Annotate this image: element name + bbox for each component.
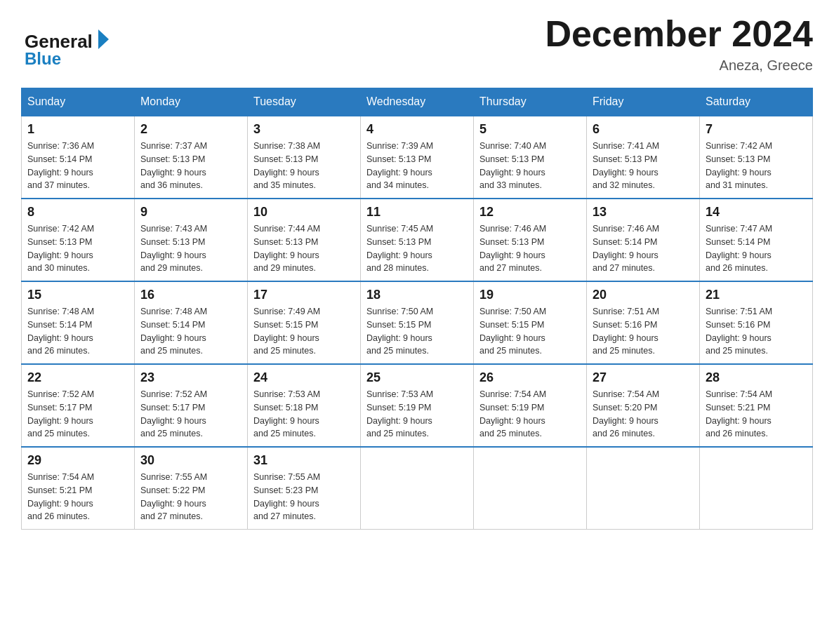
daylight-hours: Daylight: 9 hours	[366, 250, 432, 260]
daylight-minutes: and 26 minutes.	[27, 346, 90, 356]
day-info: Sunrise: 7:52 AMSunset: 5:17 PMDaylight:…	[140, 388, 241, 441]
day-info: Sunrise: 7:51 AMSunset: 5:16 PMDaylight:…	[593, 305, 694, 358]
sunrise-time: Sunrise: 7:48 AM	[140, 307, 207, 316]
day-info: Sunrise: 7:53 AMSunset: 5:19 PMDaylight:…	[366, 388, 468, 441]
calendar-cell: 10Sunrise: 7:44 AMSunset: 5:13 PMDayligh…	[248, 199, 361, 281]
sunset-time: Sunset: 5:13 PM	[706, 154, 770, 164]
calendar-table: SundayMondayTuesdayWednesdayThursdayFrid…	[21, 88, 813, 530]
sunset-time: Sunset: 5:13 PM	[479, 154, 544, 164]
day-info: Sunrise: 7:49 AMSunset: 5:15 PMDaylight:…	[253, 305, 355, 358]
day-number: 27	[593, 370, 694, 385]
daylight-minutes: and 25 minutes.	[593, 346, 655, 356]
daylight-minutes: and 25 minutes.	[706, 346, 768, 356]
day-info: Sunrise: 7:43 AMSunset: 5:13 PMDaylight:…	[140, 222, 241, 275]
sunset-time: Sunset: 5:13 PM	[366, 237, 431, 247]
sunset-time: Sunset: 5:14 PM	[593, 237, 657, 247]
day-number: 2	[140, 122, 241, 137]
sunset-time: Sunset: 5:17 PM	[27, 403, 92, 412]
day-number: 21	[706, 288, 807, 302]
sunset-time: Sunset: 5:15 PM	[366, 320, 431, 330]
calendar-cell: 12Sunrise: 7:46 AMSunset: 5:13 PMDayligh…	[474, 199, 587, 281]
day-number: 9	[140, 205, 241, 220]
day-info: Sunrise: 7:48 AMSunset: 5:14 PMDaylight:…	[140, 305, 241, 358]
sunrise-time: Sunrise: 7:49 AM	[253, 307, 320, 316]
sunset-time: Sunset: 5:14 PM	[27, 320, 92, 330]
day-info: Sunrise: 7:41 AMSunset: 5:13 PMDaylight:…	[593, 140, 694, 192]
day-number: 30	[140, 453, 241, 468]
day-info: Sunrise: 7:44 AMSunset: 5:13 PMDaylight:…	[253, 222, 355, 275]
calendar-cell: 28Sunrise: 7:54 AMSunset: 5:21 PMDayligh…	[700, 364, 813, 447]
daylight-minutes: and 28 minutes.	[366, 263, 429, 273]
daylight-minutes: and 27 minutes.	[593, 263, 655, 273]
day-number: 29	[27, 453, 128, 468]
day-info: Sunrise: 7:36 AMSunset: 5:14 PMDaylight:…	[27, 140, 128, 192]
daylight-minutes: and 34 minutes.	[366, 180, 429, 190]
day-number: 24	[253, 370, 355, 385]
day-number: 13	[593, 205, 694, 220]
daylight-hours: Daylight: 9 hours	[253, 168, 319, 177]
sunset-time: Sunset: 5:13 PM	[479, 237, 544, 247]
daylight-minutes: and 27 minutes.	[253, 511, 316, 521]
week-row-5: 29Sunrise: 7:54 AMSunset: 5:21 PMDayligh…	[22, 447, 813, 530]
calendar-cell	[587, 447, 700, 530]
day-info: Sunrise: 7:47 AMSunset: 5:14 PMDaylight:…	[706, 222, 807, 275]
day-number: 31	[253, 453, 355, 468]
daylight-hours: Daylight: 9 hours	[479, 416, 545, 426]
calendar-cell: 8Sunrise: 7:42 AMSunset: 5:13 PMDaylight…	[22, 199, 135, 281]
day-number: 19	[479, 288, 581, 302]
day-info: Sunrise: 7:54 AMSunset: 5:21 PMDaylight:…	[706, 388, 807, 441]
sunset-time: Sunset: 5:19 PM	[479, 403, 544, 412]
sunrise-time: Sunrise: 7:50 AM	[479, 307, 546, 316]
sunset-time: Sunset: 5:13 PM	[593, 154, 657, 164]
daylight-hours: Daylight: 9 hours	[706, 168, 772, 177]
day-number: 1	[27, 122, 128, 137]
day-header-saturday: Saturday	[700, 88, 813, 116]
daylight-minutes: and 32 minutes.	[593, 180, 655, 190]
day-number: 5	[479, 122, 581, 137]
day-header-friday: Friday	[587, 88, 700, 116]
day-number: 14	[706, 205, 807, 220]
sunrise-time: Sunrise: 7:50 AM	[366, 307, 433, 316]
daylight-hours: Daylight: 9 hours	[253, 333, 319, 343]
daylight-minutes: and 25 minutes.	[253, 429, 316, 438]
day-header-thursday: Thursday	[474, 88, 587, 116]
sunset-time: Sunset: 5:19 PM	[366, 403, 431, 412]
daylight-hours: Daylight: 9 hours	[253, 499, 319, 509]
sunset-time: Sunset: 5:13 PM	[366, 154, 431, 164]
daylight-hours: Daylight: 9 hours	[593, 250, 658, 260]
sunset-time: Sunset: 5:14 PM	[140, 320, 205, 330]
sunrise-time: Sunrise: 7:46 AM	[593, 224, 659, 234]
day-number: 6	[593, 122, 694, 137]
calendar-cell: 3Sunrise: 7:38 AMSunset: 5:13 PMDaylight…	[248, 116, 361, 199]
daylight-minutes: and 27 minutes.	[140, 511, 203, 521]
day-number: 23	[140, 370, 241, 385]
daylight-hours: Daylight: 9 hours	[27, 416, 93, 426]
main-title: December 2024	[545, 14, 813, 54]
daylight-hours: Daylight: 9 hours	[366, 416, 432, 426]
daylight-hours: Daylight: 9 hours	[593, 333, 658, 343]
sunset-time: Sunset: 5:13 PM	[140, 154, 205, 164]
sunrise-time: Sunrise: 7:54 AM	[479, 389, 546, 399]
day-number: 15	[27, 288, 128, 302]
calendar-cell: 19Sunrise: 7:50 AMSunset: 5:15 PMDayligh…	[474, 281, 587, 364]
sunset-time: Sunset: 5:17 PM	[140, 403, 205, 412]
calendar-cell: 17Sunrise: 7:49 AMSunset: 5:15 PMDayligh…	[248, 281, 361, 364]
daylight-hours: Daylight: 9 hours	[27, 333, 93, 343]
daylight-minutes: and 25 minutes.	[140, 429, 203, 438]
calendar-cell: 1Sunrise: 7:36 AMSunset: 5:14 PMDaylight…	[22, 116, 135, 199]
calendar-cell: 2Sunrise: 7:37 AMSunset: 5:13 PMDaylight…	[135, 116, 248, 199]
day-info: Sunrise: 7:46 AMSunset: 5:14 PMDaylight:…	[593, 222, 694, 275]
daylight-hours: Daylight: 9 hours	[27, 250, 93, 260]
daylight-hours: Daylight: 9 hours	[140, 499, 206, 509]
sunrise-time: Sunrise: 7:38 AM	[253, 141, 320, 151]
sunset-time: Sunset: 5:13 PM	[27, 237, 92, 247]
sunrise-time: Sunrise: 7:55 AM	[140, 472, 207, 482]
daylight-minutes: and 27 minutes.	[479, 263, 542, 273]
sunrise-time: Sunrise: 7:46 AM	[479, 224, 546, 234]
daylight-minutes: and 26 minutes.	[593, 429, 655, 438]
daylight-hours: Daylight: 9 hours	[706, 416, 772, 426]
daylight-hours: Daylight: 9 hours	[140, 168, 206, 177]
subtitle: Aneza, Greece	[545, 58, 813, 74]
calendar-cell: 20Sunrise: 7:51 AMSunset: 5:16 PMDayligh…	[587, 281, 700, 364]
day-header-wednesday: Wednesday	[361, 88, 474, 116]
